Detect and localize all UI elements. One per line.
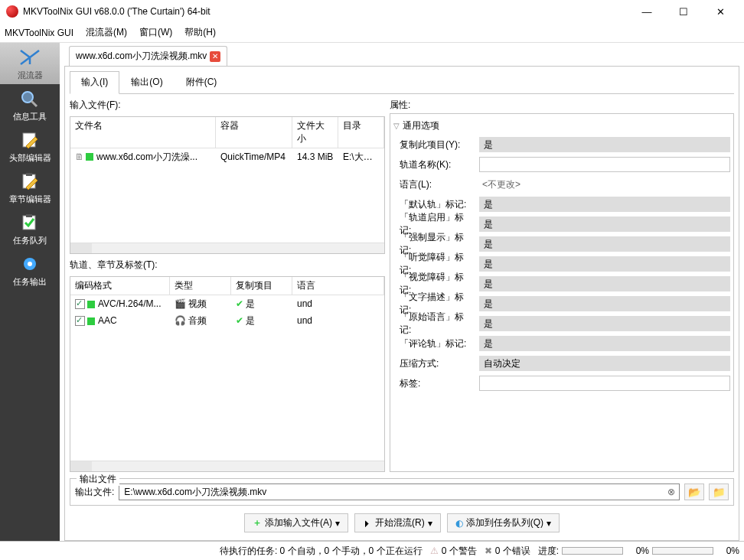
menu-app[interactable]: MKVToolNix GUI [5,28,73,38]
collapse-icon: ▽ [393,122,400,130]
prop-forced-value[interactable]: 是 [479,236,730,252]
svg-point-8 [28,262,32,266]
prop-default-value[interactable]: 是 [479,197,730,212]
folder-icon: 📁 [713,487,726,498]
status-indicator [87,301,95,308]
tracks-label: 轨道、章节及标签(T): [70,257,385,273]
edit-icon [18,129,42,151]
sidebar-item-header-editor[interactable]: 头部编辑器 [0,125,60,167]
input-files-label: 输入文件(F): [70,97,385,113]
horizontal-scrollbar[interactable] [70,461,384,471]
prop-hearing-value[interactable]: 是 [479,256,730,272]
svg-rect-4 [26,173,32,176]
prop-trackname-input[interactable] [479,157,730,172]
prop-commentary-value[interactable]: 是 [479,336,730,351]
open-folder-icon: 📂 [688,487,701,498]
file-row[interactable]: 🗎www.x6d.com小刀洗澡... QuickTime/MP4 14.3 M… [70,148,384,165]
window-title: MKVToolNix GUI v68.0.0 ('The Curtain') 6… [23,6,629,17]
sidebar-item-chapter-editor[interactable]: 章节编辑器 [0,167,60,208]
tracks-list[interactable]: 编码格式 类型 复制项目 语言 AVC/H.264/M... 🎬 视频 ✔ 是 … [70,276,385,472]
progress-bar-1 [562,547,623,555]
maximize-button[interactable]: ☐ [666,1,701,22]
clipboard-edit-icon [18,171,42,192]
close-button[interactable]: ✕ [703,1,738,22]
sidebar-item-muxer[interactable]: 混流器 [0,43,60,84]
file-icon: 🗎 [75,151,84,162]
output-path-input[interactable] [119,483,680,500]
browse-output-button[interactable]: 📂 [684,483,704,500]
prop-visual-value[interactable]: 是 [479,276,730,291]
menu-mux[interactable]: 混流器(M) [86,26,127,39]
track-row[interactable]: AAC 🎧 音频 ✔ 是 und [70,312,384,329]
props-section-header[interactable]: ▽通用选项 [393,117,730,135]
status-indicator [86,153,93,161]
add-input-button[interactable]: ＋添加输入文件(A) ▾ [244,513,348,532]
sidebar-item-job-output[interactable]: 任务输出 [0,249,60,291]
check-icon: ✔ [236,315,243,326]
recent-output-button[interactable]: 📁 [709,483,729,500]
app-icon [6,5,18,18]
output-file-label: 输出文件: [75,486,114,499]
sidebar-item-job-queue[interactable]: 任务队列 [0,208,60,249]
horizontal-scrollbar[interactable] [70,243,384,253]
error-icon: ✖ [485,545,492,556]
merge-icon [18,47,42,68]
prop-compress-value[interactable]: 自动决定 [479,356,730,371]
plus-icon: ＋ [253,516,262,529]
svg-point-0 [22,92,33,103]
warning-icon: ⚠ [430,545,439,556]
prop-language-value[interactable]: <不更改> [479,177,730,193]
close-tab-icon[interactable]: ✕ [210,51,220,62]
list-header: 文件名 容器 文件大小 目录 [70,117,384,148]
properties-label: 属性: [390,97,734,113]
start-mux-button[interactable]: ⏵开始混流(R) ▾ [354,513,441,532]
action-bar: ＋添加输入文件(A) ▾ ⏵开始混流(R) ▾ ◐添加到任务队列(Q) ▾ [70,509,734,536]
video-icon: 🎬 [175,298,186,309]
queue-icon: ◐ [455,518,463,529]
svg-rect-6 [26,214,32,217]
audio-icon: 🎧 [175,315,186,326]
progress-bar-2 [652,547,713,555]
svg-line-1 [31,101,37,106]
properties-panel: ▽通用选项 复制此项目(Y):是 轨道名称(K): 语言(L):<不更改> 「默… [390,113,734,472]
status-pending: 待执行的任务: 0 个自动，0 个手动，0 个正在运行 [220,545,423,558]
output-group: 输出文件 输出文件: ⊗ 📂 📁 [70,478,734,506]
clipboard-check-icon [18,212,42,233]
menu-window[interactable]: 窗口(W) [139,26,172,39]
clear-output-icon[interactable]: ⊗ [664,485,678,499]
titlebar: MKVToolNix GUI v68.0.0 ('The Curtain') 6… [0,0,744,23]
list-header: 编码格式 类型 复制项目 语言 [70,277,384,295]
gear-icon [18,253,42,275]
prop-copy-value[interactable]: 是 [479,137,730,152]
sidebar: 混流器 信息工具 头部编辑器 章节编辑器 任务队列 任务输出 [0,43,60,541]
minimize-button[interactable]: — [629,1,664,22]
inner-tabs: 输入(I) 输出(O) 附件(C) [70,71,734,94]
svg-rect-5 [23,216,35,230]
menubar: MKVToolNix GUI 混流器(M) 窗口(W) 帮助(H) [0,23,744,43]
sidebar-item-info[interactable]: 信息工具 [0,84,60,125]
play-icon: ⏵ [363,518,372,529]
track-checkbox[interactable] [75,299,85,309]
track-checkbox[interactable] [75,316,85,326]
check-icon: ✔ [236,298,243,309]
menu-help[interactable]: 帮助(H) [184,26,216,39]
status-indicator [87,317,95,325]
input-files-list[interactable]: 文件名 容器 文件大小 目录 🗎www.x6d.com小刀洗澡... Quick… [70,116,385,254]
prop-tags-input[interactable] [479,376,730,391]
track-row[interactable]: AVC/H.264/M... 🎬 视频 ✔ 是 und [70,295,384,312]
document-tab[interactable]: www.x6d.com小刀洗澡视频.mkv ✕ [69,46,227,66]
document-tabs: www.x6d.com小刀洗澡视频.mkv ✕ [64,46,739,66]
magnifier-icon [18,88,42,109]
prop-textdesc-value[interactable]: 是 [479,296,730,311]
prop-enabled-value[interactable]: 是 [479,217,730,232]
statusbar: 待执行的任务: 0 个自动，0 个手动，0 个正在运行 ⚠0 个警告 ✖0 个错… [0,541,744,560]
tab-output[interactable]: 输出(O) [119,71,174,93]
add-queue-button[interactable]: ◐添加到任务队列(Q) ▾ [447,513,560,532]
tab-input[interactable]: 输入(I) [70,71,119,94]
tab-attachments[interactable]: 附件(C) [175,71,229,93]
prop-original-value[interactable]: 是 [479,316,730,331]
